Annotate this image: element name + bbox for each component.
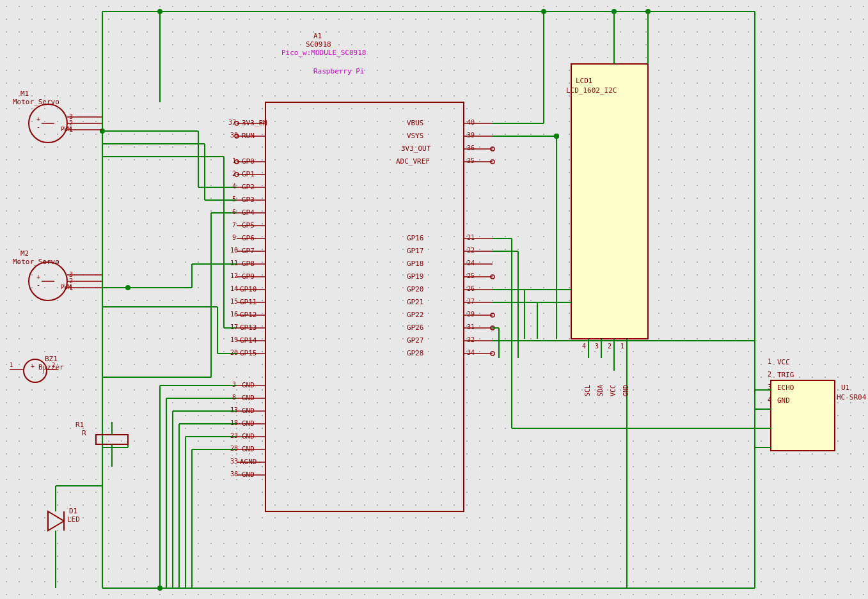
pin-gp6-name: GP6: [242, 234, 255, 243]
pin-gnd8-name: GND: [242, 471, 255, 479]
pin-gp18-name: GP18: [407, 260, 424, 268]
svg-text:-: -: [36, 123, 40, 130]
pin-gp7-name: GP7: [242, 247, 255, 256]
svg-point-65: [554, 134, 559, 139]
svg-point-59: [491, 326, 494, 330]
pin-gp9-name: GP9: [242, 272, 255, 281]
pin-gnd4-num: 18: [230, 419, 238, 426]
pin-gnd6-num: 28: [230, 445, 238, 452]
lcd-gnd-label: GND: [622, 345, 630, 396]
pin-gp15-num: 20: [230, 349, 238, 356]
svg-text:1: 1: [10, 362, 13, 368]
pin-gp3-name: GP3: [242, 196, 255, 205]
svg-rect-117: [96, 435, 128, 444]
pin-gp26-name: GP26: [407, 323, 424, 332]
pin-gp5-num: 7: [232, 221, 236, 228]
pin-gnd6-name: GND: [242, 445, 255, 454]
pin-gp2-num: 4: [232, 183, 236, 190]
pin-gp8-name: GP8: [242, 260, 255, 268]
pin-gnd8-num: 38: [230, 471, 238, 478]
pin-agnd-num: 33: [230, 458, 238, 465]
pin-adcvref-num: 35: [467, 157, 475, 164]
pin-gp4-num: 6: [232, 208, 236, 215]
a1-description: Raspberry Pi: [313, 67, 364, 76]
pin-run-num: 30: [230, 132, 238, 139]
u1-pin4-num: 4: [768, 396, 771, 403]
svg-point-46: [491, 160, 494, 164]
m1-pwm-label: PWM: [61, 126, 71, 134]
pin-gp27-name: GP27: [407, 336, 424, 345]
pin-gp21-name: GP21: [407, 298, 424, 307]
u1-value: HC-SR04: [837, 393, 866, 402]
pin-gp19-name: GP19: [407, 272, 424, 281]
pin-gp14-num: 19: [230, 336, 238, 343]
pin-3v3out-name: 3V3_OUT: [401, 144, 430, 153]
lcd-pin2-num: 2: [608, 343, 612, 350]
lcd1-ref: LCD1: [576, 77, 593, 86]
svg-point-104: [125, 285, 130, 290]
pin-gp13-num: 17: [230, 323, 238, 331]
lcd-vcc-label: VCC: [609, 345, 617, 396]
m2-value: Motor_Servo: [13, 258, 59, 267]
pin-gp7-num: 10: [230, 247, 238, 254]
pin-gp9-num: 12: [230, 272, 238, 279]
svg-marker-120: [48, 511, 64, 531]
pin-gp11-name: GP11: [240, 298, 257, 307]
u1-pin4-gnd: GND: [777, 396, 790, 405]
pin-3v3out-num: 36: [467, 144, 475, 152]
pin-gnd1-name: GND: [242, 381, 255, 390]
u1-ref: U1: [841, 384, 849, 393]
svg-point-156: [554, 134, 559, 139]
pin-gnd2-num: 8: [232, 394, 236, 401]
pin-vsys-num: 39: [467, 132, 475, 139]
m2-pwm-label: PWM: [61, 284, 71, 292]
lcd-scl-label: SCL: [583, 345, 592, 396]
svg-rect-6: [265, 102, 464, 511]
svg-text:+: +: [36, 274, 40, 281]
d1-value: LED: [67, 515, 80, 524]
pin-gp12-num: 16: [230, 311, 238, 318]
pin-gp1-name: GP1: [242, 170, 255, 179]
pin-gp0-num: 1: [232, 157, 236, 164]
svg-point-74: [612, 9, 617, 14]
pin-gp27-num: 32: [467, 336, 475, 343]
svg-point-62: [541, 9, 546, 14]
bz1-value: Buzzer: [38, 363, 64, 372]
m1-value: Motor_Servo: [13, 98, 59, 107]
a1-footprint: Pico_w:MODULE_SC0918: [281, 49, 366, 58]
pin-gp4-name: GP4: [242, 208, 255, 217]
u1-pin3-echo: ECHO: [777, 384, 794, 393]
pin-gp26-num: 31: [467, 323, 475, 331]
pin-gp5-name: GP5: [242, 221, 255, 230]
pin-gp16-num: 21: [467, 234, 475, 241]
pin-gp3-num: 5: [232, 196, 236, 203]
pin-gp20-name: GP20: [407, 285, 424, 294]
pin-gp10-name: GP10: [240, 285, 257, 294]
pin-gnd5-name: GND: [242, 432, 255, 441]
svg-point-60: [491, 352, 494, 355]
pin-vbus-num: 40: [467, 119, 475, 126]
pin-gp16-name: GP16: [407, 234, 424, 243]
svg-point-58: [491, 313, 494, 317]
pin-gnd2-name: GND: [242, 394, 255, 403]
svg-point-81: [157, 586, 162, 591]
lcd1-value: LCD_1602_I2C: [566, 86, 617, 95]
pin-gp18-num: 24: [467, 260, 475, 267]
pin-gp2-name: GP2: [242, 183, 255, 192]
pin-gp11-num: 15: [230, 298, 238, 305]
pin-agnd-name: AGND: [240, 458, 257, 467]
pin-gp0-name: GP0: [242, 157, 255, 166]
pin-vsys-name: VSYS: [407, 132, 424, 141]
svg-text:-: -: [36, 281, 40, 288]
pin-3v3en-name: 3V3_EN: [242, 119, 267, 128]
pin-gp17-num: 22: [467, 247, 475, 254]
pin-gp14-name: GP14: [240, 336, 257, 345]
pin-gp28-name: GP28: [407, 349, 424, 358]
svg-point-45: [491, 147, 494, 151]
u1-pin2-trig: TRIG: [777, 371, 794, 380]
pin-gp22-name: GP22: [407, 311, 424, 320]
lcd-sda-label: SDA: [596, 345, 604, 396]
svg-point-57: [491, 275, 494, 279]
svg-point-9: [645, 9, 651, 14]
pin-gp15-name: GP15: [240, 349, 257, 358]
